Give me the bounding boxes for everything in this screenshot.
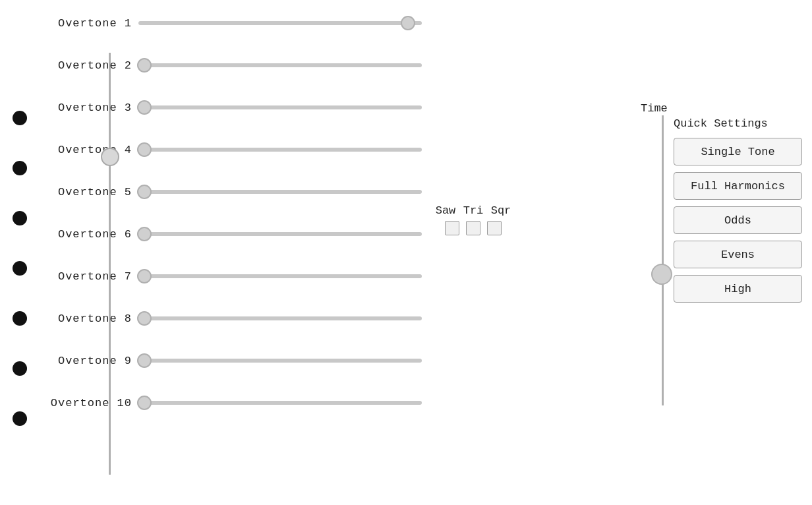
slider-row-8: Overtone 8 — [46, 302, 627, 335]
slider-wrapper-10[interactable] — [138, 396, 422, 409]
slider-rows: Overtone 1Overtone 2Overtone 3Overtone 4… — [46, 7, 627, 429]
quick-settings-label: Quick Settings — [674, 117, 768, 130]
vertical-bar-time — [662, 115, 664, 405]
saw-label: Saw — [435, 204, 456, 217]
slider-row-7: Overtone 7 — [46, 260, 627, 293]
slider-thumb-1[interactable] — [401, 16, 415, 30]
quick-buttons: Single ToneFull HarmonicsOddsEvensHigh — [627, 138, 802, 309]
slider-row-3: Overtone 3 — [46, 91, 627, 124]
waveform-labels: Saw Tri Sqr — [435, 204, 511, 217]
slider-wrapper-2[interactable] — [138, 59, 422, 72]
quick-btn-evens[interactable]: Evens — [674, 241, 802, 268]
slider-thumb-7[interactable] — [137, 269, 152, 283]
slider-track-3 — [138, 105, 422, 109]
slider-thumb-9[interactable] — [137, 353, 152, 368]
slider-wrapper-7[interactable] — [138, 270, 422, 283]
slider-row-10: Overtone 10 — [46, 386, 627, 419]
main-container: Overtone 1Overtone 2Overtone 3Overtone 4… — [0, 0, 812, 505]
slider-label-4: Overtone 4 — [46, 144, 138, 156]
dot-6 — [13, 361, 27, 376]
waveform-area: Saw Tri Sqr — [435, 204, 511, 235]
slider-wrapper-4[interactable] — [138, 143, 422, 156]
slider-thumb-5[interactable] — [137, 185, 152, 199]
slider-wrapper-9[interactable] — [138, 354, 422, 367]
dot-1 — [13, 111, 27, 125]
slider-wrapper-1[interactable] — [138, 16, 422, 30]
time-knob[interactable] — [651, 264, 672, 285]
slider-label-2: Overtone 2 — [46, 59, 138, 72]
dot-2 — [13, 161, 27, 175]
slider-label-6: Overtone 6 — [46, 228, 138, 241]
dot-column — [0, 0, 40, 505]
slider-thumb-2[interactable] — [137, 58, 152, 73]
slider-label-3: Overtone 3 — [46, 102, 138, 114]
slider-label-5: Overtone 5 — [46, 186, 138, 198]
slider-thumb-3[interactable] — [137, 100, 152, 115]
slider-track-10 — [138, 401, 422, 405]
slider-label-10: Overtone 10 — [46, 397, 138, 409]
waveform-checkboxes — [445, 221, 502, 235]
dot-4 — [13, 261, 27, 276]
sqr-checkbox[interactable] — [487, 221, 502, 235]
dot-3 — [13, 211, 27, 225]
slider-row-4: Overtone 4 — [46, 133, 627, 166]
slider-row-9: Overtone 9 — [46, 344, 627, 377]
slider-track-9 — [138, 359, 422, 363]
tri-checkbox[interactable] — [466, 221, 480, 235]
slider-wrapper-8[interactable] — [138, 312, 422, 325]
time-label: Time — [641, 102, 668, 115]
slider-track-7 — [138, 274, 422, 278]
slider-row-1: Overtone 1 — [46, 7, 627, 40]
dot-7 — [13, 411, 27, 426]
vertical-bar-knob[interactable] — [101, 148, 119, 166]
sqr-label: Sqr — [490, 204, 511, 217]
slider-track-6 — [138, 232, 422, 236]
slider-row-6: Overtone 6 — [46, 218, 627, 251]
slider-thumb-10[interactable] — [137, 396, 152, 410]
slider-wrapper-6[interactable] — [138, 227, 422, 241]
quick-btn-full-harmonics[interactable]: Full Harmonics — [674, 172, 802, 200]
slider-wrapper-3[interactable] — [138, 101, 422, 114]
saw-checkbox[interactable] — [445, 221, 459, 235]
slider-label-7: Overtone 7 — [46, 270, 138, 283]
slider-thumb-6[interactable] — [137, 227, 152, 241]
right-panel: Time Quick Settings Single ToneFull Harm… — [627, 0, 812, 505]
slider-track-1 — [138, 21, 422, 25]
slider-track-5 — [138, 190, 422, 194]
slider-track-2 — [138, 63, 422, 67]
slider-label-1: Overtone 1 — [46, 17, 138, 30]
tri-label: Tri — [463, 204, 484, 217]
slider-label-8: Overtone 8 — [46, 312, 138, 325]
slider-track-4 — [138, 148, 422, 152]
slider-wrapper-5[interactable] — [138, 185, 422, 198]
quick-btn-odds[interactable]: Odds — [674, 206, 802, 234]
slider-track-8 — [138, 316, 422, 320]
slider-row-5: Overtone 5 — [46, 175, 627, 208]
slider-thumb-8[interactable] — [137, 311, 152, 326]
dot-5 — [13, 311, 27, 326]
sliders-section: Overtone 1Overtone 2Overtone 3Overtone 4… — [40, 0, 627, 505]
quick-btn-high[interactable]: High — [674, 275, 802, 303]
slider-thumb-4[interactable] — [137, 142, 152, 157]
slider-label-9: Overtone 9 — [46, 355, 138, 367]
quick-btn-single-tone[interactable]: Single Tone — [674, 138, 802, 165]
slider-row-2: Overtone 2 — [46, 49, 627, 82]
